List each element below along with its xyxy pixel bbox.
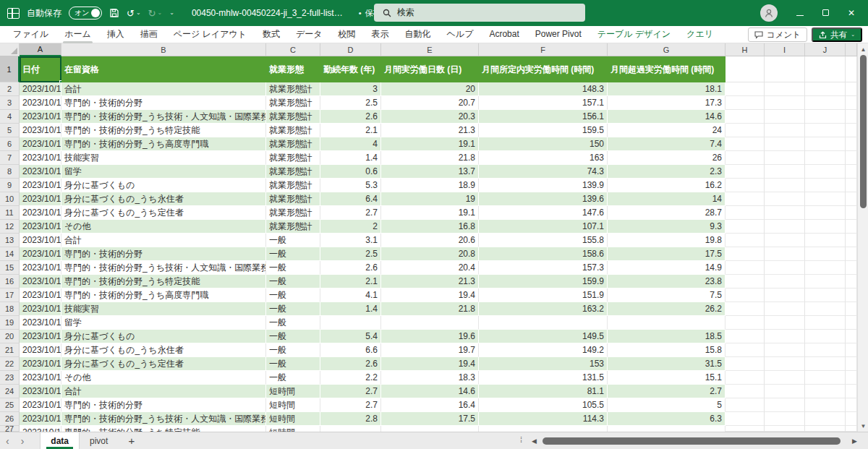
empty-cell[interactable] <box>726 357 765 371</box>
empty-cell[interactable] <box>805 151 846 165</box>
cell-F18[interactable]: 163.2 <box>479 302 608 316</box>
row-header-18[interactable]: 18 <box>0 302 20 316</box>
row-header-13[interactable]: 13 <box>0 234 20 247</box>
empty-cell[interactable] <box>765 137 805 151</box>
ribbon-tab-home[interactable]: ホーム <box>57 26 98 43</box>
row-header-1[interactable]: 1 <box>0 56 20 82</box>
empty-cell[interactable] <box>805 220 846 234</box>
cell-E5[interactable]: 21.3 <box>381 124 479 137</box>
cell-G27[interactable] <box>608 426 726 432</box>
cell-B15[interactable]: 専門的・技術的分野_うち技術・人文知識・国際業務 <box>61 261 266 275</box>
cell-B18[interactable]: 技能実習 <box>61 302 266 316</box>
empty-cell[interactable] <box>765 151 805 165</box>
cell-F26[interactable]: 114.3 <box>479 412 608 426</box>
empty-cell[interactable] <box>805 192 846 206</box>
cell-E25[interactable]: 16.4 <box>381 398 479 412</box>
cell-A27[interactable]: 2023/10/1 <box>20 426 61 432</box>
ribbon-tab-query[interactable]: クエリ <box>679 26 720 43</box>
empty-cell[interactable] <box>765 247 805 261</box>
sheet-prev-icon[interactable]: ‹ <box>0 436 15 446</box>
cell-A5[interactable]: 2023/10/1 <box>20 124 61 137</box>
empty-cell[interactable] <box>726 206 765 220</box>
empty-cell[interactable] <box>805 247 846 261</box>
cell-A11[interactable]: 2023/10/1 <box>20 206 61 220</box>
ribbon-tab-automate[interactable]: 自動化 <box>398 26 438 43</box>
empty-cell[interactable] <box>846 426 857 432</box>
empty-cell[interactable] <box>805 371 846 385</box>
empty-cell[interactable] <box>846 137 857 151</box>
empty-cell[interactable] <box>805 343 846 357</box>
column-header-B[interactable]: B <box>61 43 266 56</box>
cell-G19[interactable] <box>608 316 726 330</box>
redo-button[interactable]: ↻⌄ <box>148 9 163 18</box>
empty-cell[interactable] <box>726 96 765 110</box>
cell-B23[interactable]: その他 <box>61 371 266 385</box>
cell-E14[interactable]: 20.8 <box>381 247 479 261</box>
empty-cell[interactable] <box>846 192 857 206</box>
empty-cell[interactable] <box>765 385 805 398</box>
ribbon-tab-page-layout[interactable]: ページ レイアウト <box>166 26 254 43</box>
sheet-tab-data[interactable]: data <box>40 432 80 449</box>
cell-D25[interactable]: 2.7 <box>320 398 381 412</box>
cell-A19[interactable]: 2023/10/1 <box>20 316 61 330</box>
cell-D8[interactable]: 0.6 <box>320 165 381 179</box>
cell-E4[interactable]: 20.3 <box>381 110 479 124</box>
restore-button[interactable] <box>822 9 829 17</box>
cell-D3[interactable]: 2.5 <box>320 96 381 110</box>
empty-cell[interactable] <box>846 151 857 165</box>
row-header-12[interactable]: 12 <box>0 220 20 234</box>
header-cell-E1[interactable]: 月間実労働日数 (日) <box>381 56 479 82</box>
row-header-26[interactable]: 26 <box>0 412 20 426</box>
cell-A21[interactable]: 2023/10/1 <box>20 343 61 357</box>
empty-cell[interactable] <box>846 412 857 426</box>
vertical-scrollbar[interactable]: ▲ ▼ <box>857 43 868 432</box>
cell-B25[interactable]: 専門的・技術的分野 <box>61 398 266 412</box>
empty-cell[interactable] <box>846 165 857 179</box>
cell-G5[interactable]: 24 <box>608 124 726 137</box>
cell-F10[interactable]: 139.6 <box>479 192 608 206</box>
empty-cell[interactable] <box>765 261 805 275</box>
empty-cell[interactable] <box>805 137 846 151</box>
cell-A12[interactable]: 2023/10/1 <box>20 220 61 234</box>
sheet-tab-pivot[interactable]: pivot <box>80 432 118 449</box>
cell-D23[interactable]: 2.2 <box>320 371 381 385</box>
cell-B22[interactable]: 身分に基づくもの_うち定住者 <box>61 357 266 371</box>
cell-D12[interactable]: 2 <box>320 220 381 234</box>
empty-cell[interactable] <box>846 96 857 110</box>
empty-cell[interactable] <box>726 385 765 398</box>
row-header-27[interactable]: 27 <box>0 426 20 432</box>
empty-cell[interactable] <box>805 288 846 302</box>
ribbon-tab-table-design[interactable]: テーブル デザイン <box>590 26 678 43</box>
cell-B7[interactable]: 技能実習 <box>61 151 266 165</box>
add-sheet-button[interactable]: + <box>118 435 145 447</box>
cell-D5[interactable]: 2.1 <box>320 124 381 137</box>
cell-B3[interactable]: 専門的・技術的分野 <box>61 96 266 110</box>
empty-cell[interactable] <box>846 56 857 82</box>
cell-G20[interactable]: 18.5 <box>608 330 726 343</box>
ribbon-tab-help[interactable]: ヘルプ <box>440 26 481 43</box>
cell-E6[interactable]: 19.1 <box>381 137 479 151</box>
cell-F15[interactable]: 157.3 <box>479 261 608 275</box>
cell-G11[interactable]: 28.7 <box>608 206 726 220</box>
column-header-H[interactable]: H <box>726 43 765 56</box>
cell-B26[interactable]: 専門的・技術的分野_うち技術・人文知識・国際業務 <box>61 412 266 426</box>
empty-cell[interactable] <box>765 398 805 412</box>
cell-C12[interactable]: 就業形態計 <box>266 220 320 234</box>
empty-cell[interactable] <box>765 302 805 316</box>
cell-F25[interactable]: 105.5 <box>479 398 608 412</box>
empty-cell[interactable] <box>846 343 857 357</box>
cell-E24[interactable]: 14.6 <box>381 385 479 398</box>
empty-cell[interactable] <box>846 179 857 192</box>
empty-cell[interactable] <box>726 302 765 316</box>
cell-E13[interactable]: 20.6 <box>381 234 479 247</box>
cell-A25[interactable]: 2023/10/1 <box>20 398 61 412</box>
close-button[interactable]: ✕ <box>848 9 855 17</box>
cell-A16[interactable]: 2023/10/1 <box>20 275 61 288</box>
ribbon-tab-file[interactable]: ファイル <box>6 26 56 43</box>
row-header-20[interactable]: 20 <box>0 330 20 343</box>
cell-F24[interactable]: 81.1 <box>479 385 608 398</box>
cell-B5[interactable]: 専門的・技術的分野_うち特定技能 <box>61 124 266 137</box>
empty-cell[interactable] <box>846 288 857 302</box>
cell-A10[interactable]: 2023/10/1 <box>20 192 61 206</box>
empty-cell[interactable] <box>726 82 765 96</box>
